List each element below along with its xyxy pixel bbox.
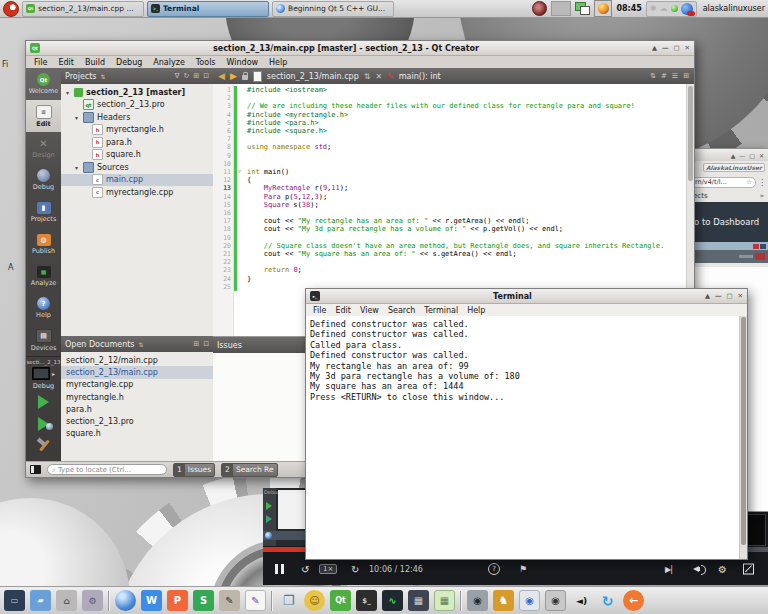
shade-icon[interactable]: ▲ bbox=[652, 44, 657, 52]
debug-run-button[interactable] bbox=[38, 417, 49, 431]
menu-tools[interactable]: Tools bbox=[196, 58, 216, 67]
bookmarks-overflow-icon[interactable]: » bbox=[760, 192, 764, 200]
open-document-item[interactable]: para.h bbox=[61, 403, 213, 415]
mode-debug[interactable]: Debug bbox=[26, 164, 61, 196]
mode-devices[interactable]: ▤Devices bbox=[26, 324, 61, 356]
volume-launcher-icon[interactable]: ◄) bbox=[571, 590, 592, 611]
tree-item[interactable]: hmyrectangle.h bbox=[61, 124, 213, 137]
code-text[interactable]: #include <iostream> // We are including … bbox=[247, 86, 686, 291]
terminal-launcher-icon[interactable]: $_ bbox=[356, 590, 377, 611]
mode-help[interactable]: ?Help bbox=[26, 292, 61, 324]
tree-item[interactable]: cmain.cpp bbox=[61, 174, 213, 187]
clock[interactable]: 08:45 bbox=[616, 4, 641, 13]
kit-expand-icon[interactable]: ▸ bbox=[52, 370, 55, 377]
bookmark-item[interactable]: ects bbox=[693, 192, 708, 200]
mode-design[interactable]: ✕Design bbox=[26, 132, 61, 164]
recorder-tray-icon[interactable] bbox=[532, 1, 547, 16]
terminal-output[interactable]: Defined constructor was called.Defined c… bbox=[306, 316, 740, 559]
fullscreen-icon[interactable] bbox=[743, 563, 754, 574]
symbol-dropdown[interactable]: main(): int bbox=[399, 72, 441, 81]
mode-publish[interactable]: ◍Publish bbox=[26, 228, 61, 260]
terminal-menu-terminal[interactable]: Terminal bbox=[424, 306, 458, 315]
chess-launcher-icon[interactable]: ♞ bbox=[493, 590, 514, 611]
tree-item[interactable]: hsquare.h bbox=[61, 149, 213, 162]
shade-icon[interactable]: ▲ bbox=[705, 292, 710, 300]
maximize-icon[interactable]: ▢ bbox=[673, 44, 679, 52]
calendar-launcher-icon[interactable]: ▦ bbox=[434, 590, 455, 611]
forward-icon[interactable]: ↻ bbox=[351, 563, 359, 574]
wps-presentation-launcher-icon[interactable]: P bbox=[167, 590, 188, 611]
close-document-icon[interactable]: ✕ bbox=[375, 72, 382, 81]
projects-pane-header[interactable]: Projects⇅ ∇ ↻ ⊞ ⊡ bbox=[61, 68, 213, 84]
firefox-tray-slot[interactable] bbox=[594, 0, 612, 17]
rewind-icon[interactable]: ↺ bbox=[301, 563, 309, 574]
chromium-launcher-icon[interactable] bbox=[115, 590, 136, 611]
applications-menu-icon[interactable] bbox=[3, 1, 19, 17]
filter-icon[interactable]: ∇ bbox=[175, 72, 180, 80]
volume-icon[interactable] bbox=[693, 564, 705, 574]
close-pane-icon[interactable]: ⊡ bbox=[203, 340, 209, 348]
maximize-icon[interactable]: ▢ bbox=[726, 292, 732, 300]
mode-edit[interactable]: ≡Edit bbox=[26, 100, 61, 132]
dropdown-arrows-icon[interactable]: ⇅ bbox=[364, 72, 371, 81]
mode-analyze[interactable]: ▦Analyze bbox=[26, 260, 61, 292]
menu-analyze[interactable]: Analyze bbox=[153, 58, 185, 67]
symbol-arrows-icon[interactable]: ⇅ bbox=[650, 72, 656, 80]
wps-writer-launcher-icon[interactable]: W bbox=[141, 590, 162, 611]
tree-item[interactable]: hpara.h bbox=[61, 136, 213, 149]
updates-badge-icon[interactable] bbox=[681, 3, 693, 15]
outline-icon[interactable]: ☰ bbox=[672, 72, 678, 80]
robot-launcher-icon[interactable]: ◉ bbox=[519, 590, 540, 611]
expander-icon[interactable]: ▾ bbox=[73, 164, 80, 171]
close-icon[interactable]: ✕ bbox=[685, 44, 690, 52]
document-dropdown[interactable]: section_2_13/main.cpp bbox=[267, 72, 359, 81]
wine-launcher-icon[interactable]: ☺ bbox=[304, 590, 325, 611]
sidebar-toggle-icon[interactable] bbox=[30, 465, 41, 474]
bookmark-icon[interactable]: ⚑ bbox=[519, 564, 527, 574]
settings-gear-icon[interactable]: ⚙ bbox=[718, 563, 727, 574]
media-player-launcher-icon[interactable]: ◉ bbox=[545, 590, 566, 611]
close-icon[interactable]: ✕ bbox=[738, 292, 743, 300]
locator-input[interactable]: ⌕ Type to locate (Ctrl... bbox=[47, 464, 167, 475]
file-manager-launcher-icon[interactable]: ▰ bbox=[30, 590, 51, 611]
taskbar-window-button[interactable]: Qtsection_2_13/main.cpp ... bbox=[22, 1, 144, 17]
system-monitor-launcher-icon[interactable]: ∿ bbox=[382, 590, 403, 611]
close-icon[interactable]: ✕ bbox=[759, 152, 764, 159]
maximize-icon[interactable]: ▢ bbox=[749, 152, 755, 159]
terminal-menu-file[interactable]: File bbox=[313, 306, 326, 315]
notes-launcher-icon[interactable]: ✎ bbox=[245, 590, 266, 611]
help-icon[interactable]: ? bbox=[488, 563, 500, 575]
search-results-panel-button[interactable]: 2 Search Re bbox=[221, 463, 277, 477]
tree-item[interactable]: cmyrectangle.cpp bbox=[61, 186, 213, 199]
qtcreator-titlebar[interactable]: Qt section_2_13/main.cpp [master] - sect… bbox=[26, 41, 694, 56]
screenshot-launcher-icon[interactable]: ◉ bbox=[467, 590, 488, 611]
terminal-scrollbar[interactable] bbox=[739, 316, 747, 559]
shade-icon[interactable]: ▲ bbox=[731, 152, 736, 159]
open-documents-header[interactable]: Open Documents⇅ ⊞ ⊡ bbox=[61, 336, 213, 352]
menu-debug[interactable]: Debug bbox=[116, 58, 142, 67]
split-icon[interactable]: ⊞ bbox=[193, 72, 199, 80]
expander-icon[interactable]: ▾ bbox=[73, 114, 80, 121]
url-input[interactable]: rn/v4/t/l... ☆ bbox=[691, 177, 756, 188]
qt-creator-launcher-icon[interactable]: Qt bbox=[330, 590, 351, 611]
fold-marker-icon[interactable]: ▿ bbox=[238, 168, 241, 174]
menu-help[interactable]: Help bbox=[269, 58, 287, 67]
kit-selector[interactable]: secti..._2_13▸Debug bbox=[26, 356, 61, 452]
browser-menu-icon[interactable]: ⋮ bbox=[758, 178, 766, 187]
terminal-titlebar[interactable]: ▸_ Terminal ▲ — ▢ ✕ bbox=[306, 289, 747, 304]
minimize-icon[interactable]: — bbox=[662, 44, 669, 52]
menu-file[interactable]: File bbox=[34, 58, 47, 67]
playback-speed-button[interactable]: 1× bbox=[319, 564, 337, 574]
menu-build[interactable]: Build bbox=[85, 58, 105, 67]
pause-button[interactable] bbox=[275, 564, 284, 574]
terminal-menu-search[interactable]: Search bbox=[388, 306, 415, 315]
mode-welcome[interactable]: QtWelcome bbox=[26, 68, 61, 100]
gimp-launcher-icon[interactable]: ✎ bbox=[219, 590, 240, 611]
wps-spreadsheet-launcher-icon[interactable]: S bbox=[193, 590, 214, 611]
update-launcher-icon[interactable]: ↻ bbox=[597, 590, 618, 611]
back-icon[interactable]: ◀ bbox=[218, 71, 225, 81]
expander-icon[interactable]: ▾ bbox=[64, 89, 71, 96]
open-document-item[interactable]: section_2_13.pro bbox=[61, 415, 213, 427]
close-pane-icon[interactable]: ⊡ bbox=[203, 72, 209, 80]
minimize-icon[interactable]: — bbox=[739, 152, 745, 159]
